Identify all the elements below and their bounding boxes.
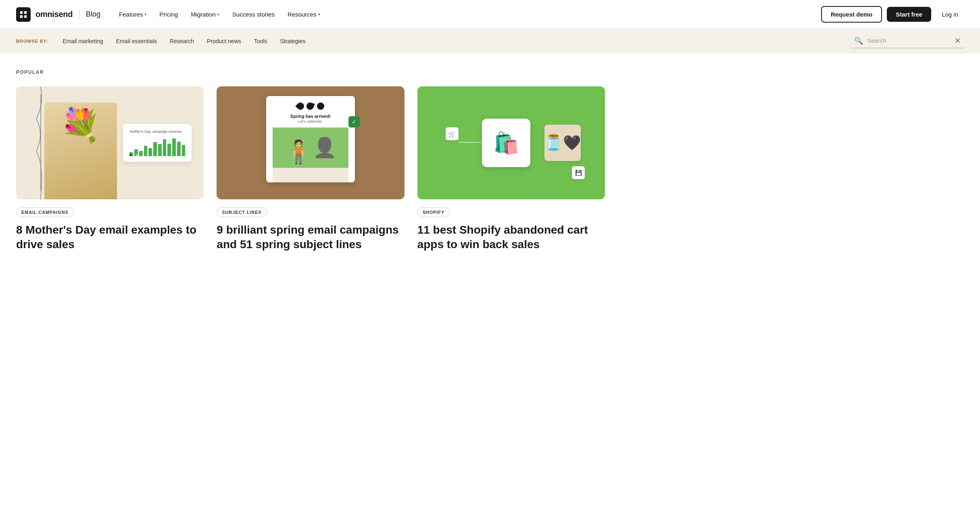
logo-blog-label: Blog bbox=[86, 10, 100, 19]
logo-shape-2 bbox=[305, 101, 315, 111]
spring-logo-area bbox=[273, 102, 348, 110]
nav-success-stories[interactable]: Success stories bbox=[227, 8, 280, 21]
bar-5 bbox=[148, 148, 152, 156]
card-image-spring: Spring has arrived! Let's celebrate. ✓ 🧍 bbox=[217, 86, 404, 199]
shopify-bag-icon: 🛍️ bbox=[493, 131, 519, 155]
person-figure: 💐 bbox=[44, 102, 117, 199]
dot-2 bbox=[133, 154, 135, 156]
dot-1 bbox=[129, 154, 131, 156]
browse-research[interactable]: Research bbox=[165, 36, 199, 47]
shopify-save-icon: 💾 bbox=[572, 166, 585, 179]
svg-rect-0 bbox=[20, 11, 23, 13]
svg-rect-3 bbox=[24, 15, 27, 17]
nav-migration[interactable]: Migration ▾ bbox=[185, 8, 225, 21]
bar-7 bbox=[158, 144, 162, 156]
bar-4 bbox=[144, 146, 148, 156]
chart-title: Mother's Day campaign revenue bbox=[129, 130, 185, 134]
browse-email-marketing[interactable]: Email marketing bbox=[58, 36, 108, 47]
shopify-center-box: 🛍️ bbox=[482, 119, 530, 167]
browse-bar: BROWSE BY: Email marketing Email essenti… bbox=[0, 29, 980, 53]
dot-3 bbox=[136, 154, 138, 156]
email-mock: Spring has arrived! Let's celebrate. ✓ 🧍 bbox=[266, 96, 355, 182]
shopify-product-box: 🫙 bbox=[544, 125, 581, 161]
card-spring-email[interactable]: Spring has arrived! Let's celebrate. ✓ 🧍… bbox=[217, 86, 404, 252]
cards-grid: 💐 Mother's Day campaign revenue bbox=[16, 86, 605, 252]
browse-email-essentials[interactable]: Email essentials bbox=[111, 36, 162, 47]
logo-icon bbox=[16, 7, 31, 22]
spring-beige-box bbox=[273, 168, 348, 182]
browse-items: Email marketing Email essentials Researc… bbox=[58, 36, 841, 47]
bar-9 bbox=[167, 144, 171, 156]
chart-box: Mother's Day campaign revenue bbox=[123, 124, 192, 162]
bar-11 bbox=[177, 142, 181, 156]
login-button[interactable]: Log in bbox=[936, 7, 964, 22]
search-input[interactable] bbox=[867, 37, 951, 44]
logo-shape-3 bbox=[317, 102, 324, 110]
nav-resources[interactable]: Resources ▾ bbox=[282, 8, 326, 21]
main-content: POPULAR 💐 Mother's Day campaign revenue bbox=[0, 53, 621, 276]
chart-bars bbox=[129, 137, 185, 156]
browse-product-news[interactable]: Product news bbox=[202, 36, 246, 47]
popular-label: POPULAR bbox=[16, 69, 605, 75]
card-tag-shopify: SHOPIFY bbox=[417, 207, 450, 217]
spring-email-title: Spring has arrived! bbox=[273, 114, 348, 119]
search-area: 🔍 ✕ bbox=[851, 34, 964, 48]
bar-10 bbox=[172, 138, 176, 156]
migration-chevron-icon: ▾ bbox=[217, 12, 219, 17]
svg-rect-1 bbox=[24, 11, 27, 13]
logo-wordmark: omnisend bbox=[35, 10, 73, 19]
logo-shape-1 bbox=[295, 101, 305, 111]
card-mothers-day[interactable]: 💐 Mother's Day campaign revenue bbox=[16, 86, 204, 252]
features-chevron-icon: ▾ bbox=[144, 12, 146, 17]
card-img-inner-1: 💐 Mother's Day campaign revenue bbox=[16, 86, 204, 199]
logo[interactable]: omnisend Blog bbox=[16, 7, 100, 22]
request-demo-button[interactable]: Request demo bbox=[821, 6, 882, 23]
browse-strategies[interactable]: Strategies bbox=[275, 36, 310, 47]
card-tag-email-campaigns: EMAIL CAMPAIGNS bbox=[16, 207, 74, 217]
card-title-spring: 9 brilliant spring email campaigns and 5… bbox=[217, 223, 404, 252]
browse-label: BROWSE BY: bbox=[16, 39, 48, 44]
browse-tools[interactable]: Tools bbox=[249, 36, 272, 47]
card-title-shopify: 11 best Shopify abandoned cart apps to w… bbox=[417, 223, 605, 252]
bar-12 bbox=[182, 145, 186, 156]
bar-8 bbox=[163, 139, 167, 156]
shopify-cart-icon: 🛒 bbox=[446, 128, 459, 140]
search-close-icon[interactable]: ✕ bbox=[955, 36, 961, 45]
resources-chevron-icon: ▾ bbox=[318, 12, 320, 17]
bar-6 bbox=[153, 142, 157, 156]
start-free-button[interactable]: Start free bbox=[887, 7, 931, 22]
card-title-mothers-day: 8 Mother's Day email examples to drive s… bbox=[16, 223, 204, 252]
svg-rect-2 bbox=[20, 15, 23, 17]
card-image-mothers-day: 💐 Mother's Day campaign revenue bbox=[16, 86, 204, 199]
nav-pricing[interactable]: Pricing bbox=[154, 8, 183, 21]
chart-dots bbox=[129, 154, 138, 156]
card-tag-subject-lines: SUBJECT LINES bbox=[217, 207, 267, 217]
decorative-line bbox=[32, 86, 48, 199]
spring-email-sub: Let's celebrate. bbox=[273, 119, 348, 123]
logo-divider bbox=[79, 10, 79, 19]
card-shopify[interactable]: 🛒 🛍️ 🫙 💾 SHOPIFY 11 best Shopify abandon… bbox=[417, 86, 605, 252]
header-actions: Request demo Start free Log in bbox=[821, 6, 964, 23]
nav-features[interactable]: Features ▾ bbox=[113, 8, 152, 21]
bar-3 bbox=[139, 151, 143, 156]
spring-check-button: ✓ bbox=[348, 116, 360, 128]
connector-line-h bbox=[459, 142, 483, 143]
card-image-shopify: 🛒 🛍️ 🫙 💾 bbox=[417, 86, 605, 199]
header: omnisend Blog Features ▾ Pricing Migrati… bbox=[0, 0, 980, 29]
spring-person-box: 🧍 bbox=[273, 128, 348, 168]
main-nav: Features ▾ Pricing Migration ▾ Success s… bbox=[113, 8, 808, 21]
search-icon: 🔍 bbox=[854, 36, 863, 45]
